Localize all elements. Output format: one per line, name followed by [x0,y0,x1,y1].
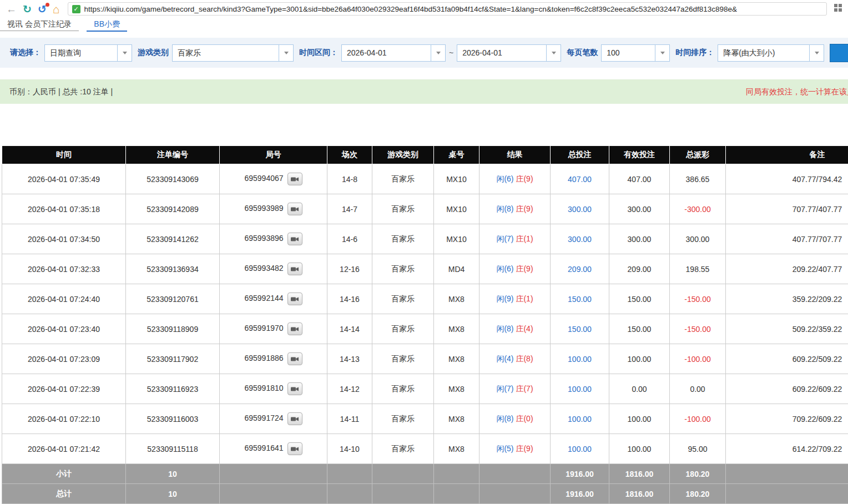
secure-shield-icon: ✓ [72,5,80,13]
result-banker: 庄(9) [516,174,533,183]
date-to-value: 2026-04-01 [457,45,546,61]
page-size-select[interactable]: 100 [601,44,670,62]
chevron-down-icon[interactable] [546,45,561,61]
round-number: 695993989 [244,204,283,213]
result-banker: 庄(8) [516,354,533,363]
table-row: 2026-04-01 07:23:40 523309118909 6959919… [2,314,848,344]
cell-round: 695991724 [220,404,327,434]
result-player: 闲(4) [496,354,513,363]
cell-time: 2026-04-01 07:35:18 [2,194,126,224]
col-header-remark: 备注 [726,146,848,164]
cell-payout: -150.00 [670,284,726,314]
col-header-result: 结果 [479,146,551,164]
cell-valid-bet: 300.00 [609,224,670,254]
back-icon[interactable]: ← [6,4,17,14]
result-player: 闲(7) [496,384,513,393]
cell-bet-id: 523309120761 [126,284,220,314]
cell-round: 695993482 [220,254,327,284]
address-bar[interactable]: ✓ https://kiqiiu.com/game/betrecord_sear… [68,2,827,16]
subtotal-row: 小计 10 1916.00 1816.00 180.20 [2,464,848,484]
cell-total-bet[interactable]: 100.00 [551,434,609,464]
video-replay-icon[interactable] [287,173,302,185]
cell-total-bet[interactable]: 100.00 [551,344,609,374]
summary-bar: 币别：人民币 | 总共 :10 注单 | 同局有效投注，统一计算在该局 [0,79,848,104]
reload-icon[interactable]: ↻ [23,4,32,14]
apps-grid-icon[interactable] [834,3,842,14]
result-banker: 庄(4) [516,324,533,333]
cell-payout: 0.00 [670,374,726,404]
cell-total-bet[interactable]: 100.00 [551,374,609,404]
cell-total-bet[interactable]: 407.00 [551,164,609,194]
cell-payout: 386.65 [670,164,726,194]
cell-table-no: MX8 [434,284,479,314]
cell-round: 695991641 [220,434,327,464]
cell-total-bet[interactable]: 300.00 [551,224,609,254]
cell-valid-bet: 100.00 [609,434,670,464]
cell-time: 2026-04-01 07:24:40 [2,284,126,314]
chevron-down-icon[interactable] [809,45,824,61]
table-row: 2026-04-01 07:24:40 523309120761 6959921… [2,284,848,314]
video-replay-icon[interactable] [287,203,302,215]
video-replay-icon[interactable] [287,412,302,425]
result-banker: 庄(9) [516,264,533,273]
result-player: 闲(7) [496,234,513,243]
cell-bet-id: 523309116923 [126,374,220,404]
cell-total-bet[interactable]: 100.00 [551,404,609,434]
result-player: 闲(8) [496,204,513,213]
video-replay-icon[interactable] [287,233,302,245]
game-type-value: 百家乐 [173,45,279,61]
round-number: 695991810 [244,384,283,392]
home-icon[interactable]: ⌂ [53,3,60,15]
video-replay-icon[interactable] [287,442,302,455]
chevron-down-icon[interactable] [279,45,293,61]
game-type-select[interactable]: 百家乐 [172,44,294,62]
url-text[interactable]: https://kiqiiu.com/game/betrecord_search… [84,5,738,13]
video-replay-icon[interactable] [287,263,302,275]
cell-total-bet[interactable]: 150.00 [551,284,609,314]
video-replay-icon[interactable] [287,352,302,365]
query-type-select[interactable]: 日期查询 [44,44,132,62]
chevron-down-icon[interactable] [655,45,669,61]
time-sort-select[interactable]: 降幂(由大到小) [718,44,824,62]
result-player: 闲(6) [496,174,513,183]
tab-bb-tip[interactable]: BB小费 [87,17,127,32]
cell-table-no: MX8 [434,374,479,404]
cell-total-bet[interactable]: 150.00 [551,314,609,344]
cell-result: 闲(5) 庄(9) [479,434,551,464]
cell-round: 695991970 [220,314,327,344]
browser-toolbar: ← ↻ ↺ ⌂ ✓ https://kiqiiu.com/game/betrec… [0,0,848,18]
result-player: 闲(5) [496,444,513,453]
page-size-value: 100 [602,45,655,61]
result-banker: 庄(0) [516,414,533,423]
total-count: 10 [126,484,220,504]
result-banker: 庄(7) [516,384,533,393]
date-to-select[interactable]: 2026-04-01 [457,44,561,62]
video-replay-icon[interactable] [287,382,302,395]
subtotal-total-bet: 1916.00 [551,464,609,484]
cell-remark: 209.22/407.77 [726,254,848,284]
video-replay-icon[interactable] [287,322,302,335]
cell-result: 闲(9) 庄(1) [479,284,551,314]
cell-round: 695991810 [220,374,327,404]
chevron-down-icon[interactable] [117,45,132,61]
date-from-select[interactable]: 2026-04-01 [341,44,446,62]
undo-icon[interactable]: ↺ [38,4,47,14]
video-replay-icon[interactable] [287,293,302,305]
search-button[interactable] [830,44,848,62]
game-type-label: 游戏类别 [138,48,169,58]
cell-result: 闲(8) 庄(4) [479,314,551,344]
cell-valid-bet: 150.00 [609,284,670,314]
tab-bet-records[interactable]: 视讯 会员下注纪录 [0,17,79,31]
select-label: 请选择： [10,48,41,58]
cell-session: 14-13 [327,344,372,374]
cell-valid-bet: 100.00 [609,404,670,434]
cell-time: 2026-04-01 07:22:10 [2,404,126,434]
cell-total-bet[interactable]: 300.00 [551,194,609,224]
cell-session: 14-8 [327,164,372,194]
result-banker: 庄(9) [516,444,533,453]
notice-text: 同局有效投注，统一计算在该局 [746,79,848,104]
cell-total-bet[interactable]: 209.00 [551,254,609,284]
total-label: 总计 [2,484,126,504]
chevron-down-icon[interactable] [431,45,445,61]
result-banker: 庄(1) [516,294,533,303]
